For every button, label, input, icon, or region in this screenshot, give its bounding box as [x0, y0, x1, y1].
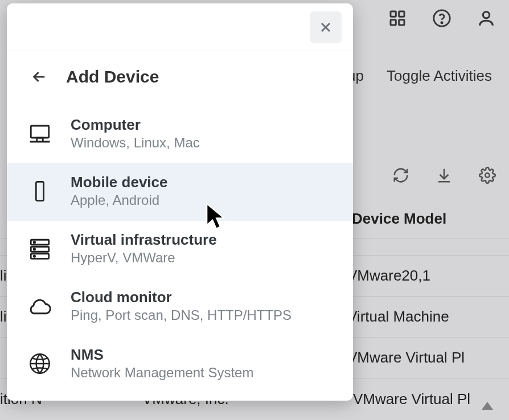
svg-point-13	[34, 241, 35, 242]
globe-icon	[26, 350, 54, 377]
apps-icon[interactable]	[386, 7, 409, 30]
server-icon	[26, 235, 54, 262]
svg-rect-2	[391, 20, 396, 25]
option-nms[interactable]: NMS Network Management System	[7, 336, 353, 393]
scroll-up-icon[interactable]	[482, 402, 493, 410]
back-arrow-icon[interactable]	[30, 67, 49, 87]
refresh-icon[interactable]	[391, 165, 411, 186]
svg-point-15	[34, 255, 35, 256]
option-virtual[interactable]: Virtual infrastructure HyperV, VMWare	[7, 221, 353, 278]
svg-rect-8	[31, 126, 49, 138]
svg-rect-1	[399, 11, 404, 17]
option-subtitle: Apple, Android	[71, 192, 168, 208]
download-icon[interactable]	[434, 165, 454, 186]
help-icon[interactable]	[430, 7, 453, 30]
svg-rect-9	[36, 182, 43, 200]
svg-rect-3	[399, 20, 404, 25]
option-subtitle: HyperV, VMWare	[71, 250, 217, 266]
mobile-icon	[26, 178, 54, 205]
svg-point-7	[485, 173, 490, 178]
option-subtitle: Network Management System	[71, 365, 253, 381]
modal-title: Add Device	[66, 67, 159, 87]
svg-point-5	[441, 22, 442, 23]
svg-rect-0	[391, 11, 396, 17]
option-subtitle: Ping, Port scan, DNS, HTTP/HTTPS	[71, 307, 292, 323]
add-device-modal: Add Device Computer Windows, Linux, Mac …	[7, 3, 353, 401]
option-computer[interactable]: Computer Windows, Linux, Mac	[7, 106, 353, 163]
computer-icon	[26, 120, 54, 147]
option-subtitle: Windows, Linux, Mac	[71, 135, 200, 151]
option-cloud[interactable]: Cloud monitor Ping, Port scan, DNS, HTTP…	[7, 278, 353, 336]
option-title: Cloud monitor	[71, 289, 292, 306]
svg-point-6	[483, 12, 489, 18]
option-mobile[interactable]: Mobile device Apple, Android	[7, 163, 353, 221]
option-title: Mobile device	[71, 174, 168, 191]
close-button[interactable]	[310, 11, 342, 43]
option-title: Virtual infrastructure	[71, 231, 217, 249]
action-toggle-activities[interactable]: Toggle Activities	[387, 67, 492, 85]
svg-point-14	[34, 248, 35, 249]
cloud-icon	[26, 293, 54, 320]
option-title: Computer	[71, 116, 200, 134]
settings-gear-icon[interactable]	[477, 165, 498, 186]
option-title: NMS	[71, 346, 253, 364]
profile-icon[interactable]	[475, 7, 498, 30]
